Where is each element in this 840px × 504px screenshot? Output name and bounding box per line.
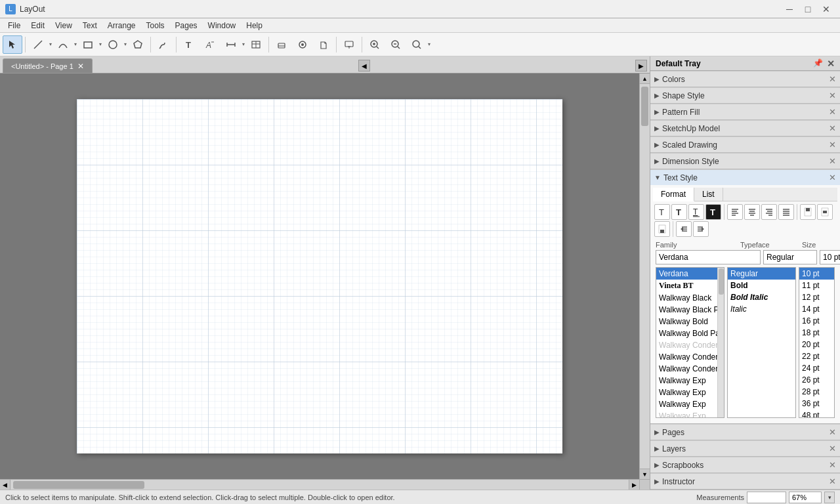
tab-format[interactable]: Format [653,188,694,201]
align-left-button[interactable] [727,204,743,220]
typeface-list[interactable]: Regular Bold Bold Italic Italic [727,267,796,418]
size-list-item-48[interactable]: 48 pt [799,410,834,418]
family-list-item-walkway-exp-3[interactable]: Walkway Exp [656,398,724,410]
sketchup-model-header[interactable]: ▶ SketchUp Model ✕ [650,120,840,136]
family-list-item-walkway-condensed-san[interactable]: Walkway Condensed San [656,363,724,375]
family-list-item-walkway-exp-2[interactable]: Walkway Exp [656,387,724,398]
text-underline-button[interactable]: T [688,204,704,220]
eraser-tool[interactable] [272,35,291,54]
typeface-list-item-regular[interactable]: Regular [728,268,795,280]
family-list-item-walkway-condensed-bol[interactable]: Walkway Condensed Bol [656,351,724,363]
shape-style-header[interactable]: ▶ Shape Style ✕ [650,87,840,103]
typeface-list-item-bold-italic[interactable]: Bold Italic [728,291,795,303]
pattern-fill-header[interactable]: ▶ Pattern Fill ✕ [650,104,840,119]
size-list-item-11[interactable]: 11 pt [799,280,834,291]
family-list-item-vineta[interactable]: Vineta BT [656,280,724,292]
size-list-item-28[interactable]: 28 pt [799,386,834,398]
dimension-tool[interactable] [221,35,241,54]
size-list-item-22[interactable]: 22 pt [799,350,834,362]
measurements-input[interactable] [747,492,786,503]
close-button[interactable]: ✕ [818,3,835,16]
family-list-item-walkway-bold-pa[interactable]: Walkway Bold Pa [656,327,724,339]
scaled-drawing-close-icon[interactable]: ✕ [829,140,836,150]
text-color-button[interactable]: T [705,204,721,220]
align-justify-button[interactable] [778,204,794,220]
select-tool[interactable] [3,35,22,54]
shape-dropdown-arrow[interactable]: ▾ [99,41,102,47]
size-list-item-20[interactable]: 20 pt [799,339,834,350]
tab-close-icon[interactable]: ✕ [77,62,84,71]
tab-list[interactable]: List [694,188,723,201]
horizontal-scrollbar[interactable]: ◀ ▶ [0,479,639,490]
scaled-drawing-header[interactable]: ▶ Scaled Drawing ✕ [650,136,840,152]
typeface-list-item-italic[interactable]: Italic [728,303,795,315]
typeface-dropdown[interactable] [763,250,817,264]
family-list-scrollbar[interactable] [717,268,724,417]
zoom-dropdown-arrow[interactable]: ▾ [428,41,430,47]
monitor-tool[interactable] [339,35,359,54]
colors-header[interactable]: ▶ Colors ✕ [650,71,840,87]
zoom-dropdown-button[interactable]: ▾ [824,492,835,503]
scrapbooks-close-icon[interactable]: ✕ [829,460,836,470]
arc-tool[interactable] [53,35,73,54]
typeface-list-item-bold[interactable]: Bold [728,280,795,291]
indent-increase-button[interactable] [693,221,709,237]
paste-tool[interactable] [314,35,333,54]
family-list-item-walkway-black-p[interactable]: Walkway Black P [656,304,724,316]
size-input[interactable] [820,250,840,264]
sketch-tool[interactable] [154,35,173,54]
zoom-out-tool[interactable] [386,35,406,54]
valign-middle-button[interactable] [817,204,833,220]
scroll-right-button[interactable]: ▶ [629,480,639,490]
pages-close-icon[interactable]: ✕ [829,427,836,437]
scroll-down-button[interactable]: ▼ [640,469,650,479]
table-tool[interactable] [246,35,266,54]
menu-tools[interactable]: Tools [141,18,170,33]
family-list-item-walkway-bold[interactable]: Walkway Bold [656,316,724,327]
text-style-header[interactable]: ▼ Text Style ✕ [650,169,840,185]
family-list-item-walkway-condensed[interactable]: Walkway Condensed [656,339,724,351]
menu-help[interactable]: Help [241,18,268,33]
drawing-page[interactable] [77,99,562,453]
scroll-up-button[interactable]: ▲ [640,74,650,84]
text-bold-button[interactable]: T [671,204,687,220]
sketchup-model-close-icon[interactable]: ✕ [829,123,836,133]
indent-decrease-button[interactable] [676,221,692,237]
sample-color-tool[interactable] [293,35,312,54]
line-dropdown-arrow[interactable]: ▾ [49,41,52,47]
size-list-item-24[interactable]: 24 pt [799,362,834,374]
family-list-scroll-thumb[interactable] [719,268,724,295]
scroll-thumb-vertical[interactable] [641,87,648,126]
circle-dropdown-arrow[interactable]: ▾ [124,41,127,47]
zoom-extents-tool[interactable] [407,35,427,54]
pattern-fill-close-icon[interactable]: ✕ [829,107,836,117]
valign-bottom-button[interactable] [654,221,670,237]
panel-pin-icon[interactable]: 📌 [813,58,823,69]
colors-close-icon[interactable]: ✕ [829,74,836,84]
dimension-style-close-icon[interactable]: ✕ [829,156,836,166]
page-tab-1[interactable]: <Untitled> - Page 1 ✕ [3,58,93,73]
text-normal-button[interactable]: T [654,204,670,220]
layers-close-icon[interactable]: ✕ [829,444,836,453]
family-list[interactable]: Verdana Vineta BT Walkway Black Walkway … [656,267,724,418]
canvas-content[interactable] [0,74,639,479]
scroll-left-button[interactable]: ◀ [0,480,10,490]
family-list-item-walkway-exp-4[interactable]: Walkway Exp [656,410,724,418]
tab-scroll-left[interactable]: ◀ [358,60,370,72]
menu-edit[interactable]: Edit [26,18,50,33]
family-list-item-walkway-exp-1[interactable]: Walkway Exp [656,375,724,387]
shape-tool[interactable] [78,35,98,54]
circle-tool[interactable] [103,35,123,54]
size-list-item-12[interactable]: 12 pt [799,291,834,303]
size-list-item-26[interactable]: 26 pt [799,374,834,386]
align-center-button[interactable] [744,204,760,220]
menu-pages[interactable]: Pages [170,18,203,33]
scrapbooks-header[interactable]: ▶ Scrapbooks ✕ [650,457,840,472]
text-style-close-icon[interactable]: ✕ [829,173,836,182]
arc-dropdown-arrow[interactable]: ▾ [74,41,77,47]
menu-text[interactable]: Text [77,18,102,33]
family-input[interactable] [656,250,761,264]
maximize-button[interactable]: □ [799,3,816,16]
typeface-input[interactable] [763,250,817,264]
size-list-item-16[interactable]: 16 pt [799,315,834,327]
